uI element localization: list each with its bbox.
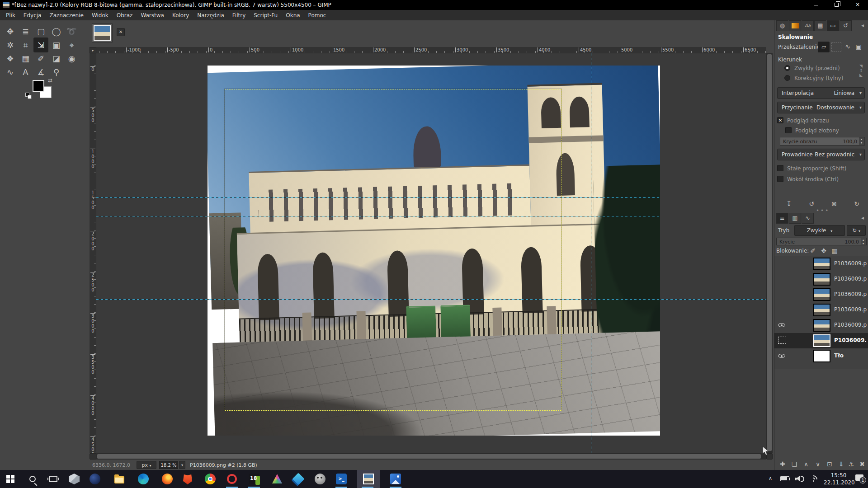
handle-transform-tool-icon[interactable]: ⌖ (64, 38, 79, 52)
fuzzy-select-tool-icon[interactable]: ✲ (3, 38, 18, 52)
menu-scriptfu[interactable]: Script-Fu (250, 11, 282, 20)
image-tab[interactable] (92, 23, 113, 42)
layer-opacity-slider[interactable]: Krycie 100,0 ▴▾ (776, 238, 867, 245)
reset-tool-icon[interactable]: ↻ (852, 200, 861, 207)
readjust-icon[interactable]: ◥⇕◣ (859, 64, 863, 77)
new-layer-icon[interactable]: ✚ (778, 460, 787, 468)
gradient-tool-icon[interactable]: ▦ (18, 51, 33, 66)
app-diamond[interactable] (288, 470, 309, 488)
speaker-icon[interactable] (794, 475, 798, 480)
layer-row-3[interactable]: P1036009.png (774, 287, 868, 302)
tab-gradients[interactable] (789, 20, 801, 31)
zoom-dropdown-icon[interactable]: ▾ (179, 461, 185, 469)
search-button[interactable] (22, 470, 43, 488)
dock-resize-handle[interactable]: ••• (816, 207, 830, 214)
menu-edycja[interactable]: Edycja (19, 11, 46, 20)
app-triangle[interactable] (267, 470, 288, 488)
layer-row-4[interactable]: P1036009.png (774, 302, 868, 318)
clone-tool-icon[interactable]: ◉ (64, 51, 79, 66)
menu-obraz[interactable]: Obraz (113, 11, 137, 20)
close-button[interactable]: ✕ (847, 0, 868, 10)
lock-position-icon[interactable]: ✥ (820, 247, 828, 254)
revert-preset-icon[interactable]: ↺ (807, 200, 816, 207)
transform-layer-button[interactable]: ▱ (818, 42, 830, 52)
direction-normal-radio[interactable] (784, 65, 790, 71)
move-tool-icon[interactable]: ✥ (3, 24, 18, 39)
image-opacity-slider[interactable]: Krycie obrazu 100,0 ▴▾ (780, 137, 865, 145)
tab-brushes[interactable]: ◍ (776, 20, 788, 31)
scale-tool-icon[interactable]: ⇲ (33, 38, 48, 52)
app-gimp-window-active[interactable] (357, 470, 380, 488)
menu-narzedzia[interactable]: Narzędzia (193, 11, 228, 20)
guides-dropdown[interactable]: Prowadnice Bez prowadnic ▾ (777, 149, 865, 160)
tab-undo-history[interactable]: ↺ (840, 20, 852, 31)
app-brave[interactable] (177, 470, 198, 488)
app-maps[interactable] (85, 470, 105, 488)
horizontal-scrollbar[interactable] (96, 453, 766, 460)
app-opera[interactable] (222, 470, 242, 488)
visibility-eye-icon[interactable] (778, 323, 785, 327)
delete-layer-icon[interactable]: ✖ (858, 460, 867, 468)
horizontal-ruler[interactable]: -1000-5000500100015002000250030003500400… (96, 47, 766, 53)
spinner-icons[interactable]: ▴▾ (859, 137, 864, 145)
layer-row-active[interactable]: P1036009.p (774, 333, 868, 348)
lock-alpha-icon[interactable]: ▦ (830, 247, 839, 254)
layers-collapse-icon[interactable]: ◂ (861, 215, 864, 221)
guide-horizontal-3[interactable] (96, 299, 766, 300)
lower-layer-icon[interactable]: ∨ (813, 460, 822, 468)
image-tab-close-icon[interactable]: ✕ (117, 28, 125, 36)
app-gimp[interactable] (310, 470, 330, 488)
delete-preset-icon[interactable]: ⊠ (830, 200, 839, 207)
floating-selection-icon[interactable] (778, 337, 786, 344)
clock[interactable]: 15:50 22.11.2020 (824, 472, 854, 486)
text-tool-icon[interactable]: A (18, 65, 33, 80)
file-explorer-button[interactable] (109, 470, 130, 488)
menu-kolory[interactable]: Kolory (168, 11, 193, 20)
viewport[interactable] (96, 53, 766, 453)
preview-checkbox[interactable]: ✕ (777, 117, 783, 123)
notification-icon[interactable]: 1 (855, 474, 863, 481)
zoom-input[interactable]: 18,2 % (159, 461, 178, 469)
transform-path-button[interactable]: ∿ (843, 43, 852, 50)
ruler-corner-button[interactable]: ▸ (90, 47, 96, 53)
start-button[interactable] (0, 470, 21, 488)
transform-image-button[interactable]: ▣ (854, 43, 863, 50)
clipping-dropdown[interactable]: Przycinanie Dostosowanie ▾ (777, 102, 865, 113)
raise-layer-icon[interactable]: ∧ (802, 460, 811, 468)
menu-filtry[interactable]: Filtry (228, 11, 250, 20)
guide-horizontal-1[interactable] (96, 197, 660, 198)
quick-mask-button[interactable] (90, 453, 96, 460)
rectangle-select-tool-icon[interactable]: ▢ (33, 24, 48, 39)
layer-row-5[interactable]: P1036009.png (774, 318, 868, 333)
lock-pixels-icon[interactable]: ✐ (809, 247, 817, 254)
free-select-tool-icon[interactable]: ➰ (64, 24, 79, 39)
new-group-icon[interactable]: ❏ (790, 460, 799, 468)
layer-row-2[interactable]: P1036009.png (774, 272, 868, 287)
tab-tool-options[interactable]: ▭ (827, 20, 839, 31)
task-view-button[interactable] (43, 470, 64, 488)
guide-vertical-1[interactable] (252, 53, 252, 453)
swap-colors-icon[interactable]: ⇄ (48, 77, 52, 84)
paintbrush-tool-icon[interactable]: ✐ (33, 51, 48, 66)
unit-dropdown[interactable]: px ▾ (137, 461, 156, 469)
center-checkbox[interactable] (777, 176, 783, 182)
unified-transform-tool-icon[interactable]: ▣ (49, 38, 64, 52)
app-photos[interactable] (385, 470, 406, 488)
spinner-icons[interactable]: ▴▾ (861, 238, 866, 245)
tab-layers[interactable]: ≡ (776, 213, 788, 224)
menu-okna[interactable]: Okna (282, 11, 304, 20)
app-18[interactable]: 18 (244, 470, 264, 488)
visibility-eye-icon[interactable] (778, 354, 785, 358)
guide-vertical-2[interactable] (591, 53, 591, 453)
vertical-ruler[interactable]: 050010001500200025003000350040004500 (90, 53, 96, 453)
transform-selection-button[interactable] (831, 42, 841, 52)
measure-tool-icon[interactable]: ∡ (33, 65, 48, 80)
constrain-checkbox[interactable] (777, 165, 783, 171)
maximize-button[interactable] (826, 0, 847, 10)
menu-plik[interactable]: Plik (2, 11, 19, 20)
app-edge[interactable] (133, 470, 154, 488)
vertical-scrollbar[interactable] (766, 53, 773, 453)
guide-horizontal-2[interactable] (96, 216, 660, 216)
bucket-fill-tool-icon[interactable]: ❖ (3, 51, 18, 66)
layer-row-1[interactable]: P1036009.png (774, 256, 868, 272)
